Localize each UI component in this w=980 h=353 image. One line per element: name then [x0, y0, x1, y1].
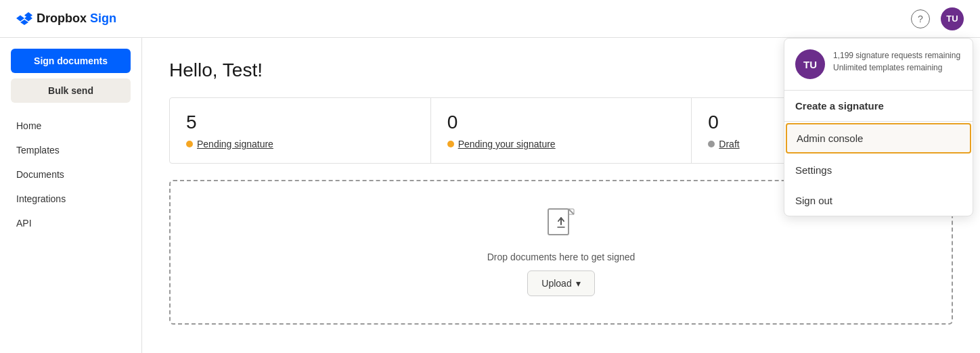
draft-link[interactable]: Draft [719, 139, 739, 149]
avatar[interactable]: TU [941, 7, 964, 30]
sign-out-item[interactable]: Sign out [784, 185, 973, 216]
header-right: ? TU [911, 7, 964, 30]
logo-label: Dropbox Sign [37, 11, 116, 26]
sidebar: Sign documents Bulk send Home Templates … [0, 38, 142, 353]
sidebar-item-api[interactable]: API [0, 211, 141, 235]
dot-gray [708, 141, 715, 147]
stat-pending-signature: 5 Pending signature [170, 98, 431, 163]
upload-file-icon [546, 208, 576, 243]
sidebar-item-documents[interactable]: Documents [0, 162, 141, 187]
upload-button[interactable]: Upload ▾ [527, 270, 594, 296]
dropdown-info: 1,199 signature requests remaining Unlim… [833, 49, 962, 74]
bulk-send-button[interactable]: Bulk send [11, 78, 131, 103]
stat-label-pending[interactable]: Pending signature [186, 139, 414, 149]
create-signature-item[interactable]: Create a signature [784, 91, 973, 121]
dropbox-icon [16, 11, 32, 27]
header: Dropbox Sign ? TU [0, 0, 980, 38]
dot-yellow-2 [447, 141, 454, 147]
sidebar-item-integrations[interactable]: Integrations [0, 187, 141, 211]
settings-item[interactable]: Settings [784, 155, 973, 185]
user-dropdown-menu: TU 1,199 signature requests remaining Un… [784, 38, 973, 216]
sidebar-nav: Home Templates Documents Integrations AP… [0, 114, 141, 235]
admin-console-item[interactable]: Admin console [786, 123, 971, 154]
sign-documents-button[interactable]: Sign documents [11, 49, 131, 73]
stat-number-pending: 5 [186, 112, 414, 133]
sidebar-item-home[interactable]: Home [0, 114, 141, 138]
logo: Dropbox Sign [16, 11, 116, 27]
sidebar-item-templates[interactable]: Templates [0, 138, 141, 162]
chevron-down-icon: ▾ [576, 278, 581, 289]
dropdown-avatar: TU [795, 49, 825, 79]
upload-button-label: Upload [541, 278, 571, 289]
stat-pending-yours: 0 Pending your signature [431, 98, 692, 163]
dot-yellow [186, 141, 193, 147]
dropdown-header: TU 1,199 signature requests remaining Un… [784, 39, 973, 91]
drop-zone-text: Drop documents here to get signed [487, 252, 636, 262]
templates-remaining-text: Unlimited templates remaining [833, 62, 962, 74]
pending-yours-link[interactable]: Pending your signature [458, 139, 556, 149]
dropdown-divider [784, 121, 973, 122]
requests-remaining-text: 1,199 signature requests remaining [833, 49, 962, 62]
stat-number-pending-yours: 0 [447, 112, 675, 133]
stat-label-pending-yours[interactable]: Pending your signature [447, 139, 675, 149]
help-button[interactable]: ? [911, 9, 930, 28]
pending-signature-link[interactable]: Pending signature [197, 139, 273, 149]
